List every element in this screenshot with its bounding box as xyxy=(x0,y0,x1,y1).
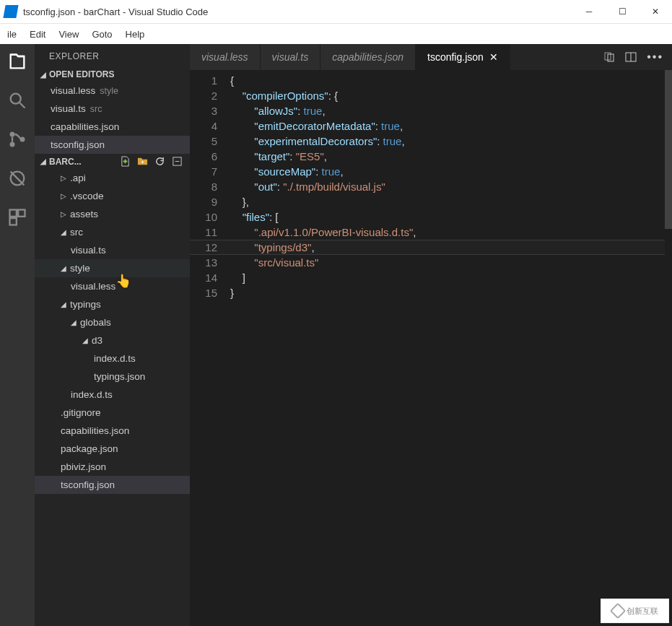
new-folder-icon[interactable] xyxy=(137,156,148,167)
svg-point-3 xyxy=(10,142,15,147)
close-icon[interactable]: ✕ xyxy=(489,51,498,63)
open-editor-item[interactable]: visual.tssrc xyxy=(35,100,190,118)
open-editor-item[interactable]: tsconfig.json xyxy=(35,136,190,154)
folder-item[interactable]: ◢globals xyxy=(35,313,190,331)
compare-icon[interactable] xyxy=(603,51,615,63)
svg-rect-8 xyxy=(18,210,25,217)
more-icon[interactable]: ••• xyxy=(647,51,663,64)
git-icon[interactable] xyxy=(7,129,27,149)
minimize-button[interactable]: ─ xyxy=(572,0,606,23)
svg-rect-7 xyxy=(10,210,17,217)
activitybar xyxy=(0,44,35,626)
search-icon[interactable] xyxy=(7,90,27,110)
open-editor-item[interactable]: capabilities.json xyxy=(35,118,190,136)
open-editor-item[interactable]: visual.lessstyle xyxy=(35,82,190,100)
close-button[interactable]: ✕ xyxy=(639,0,672,23)
watermark: 创新互联 xyxy=(601,599,669,623)
file-item[interactable]: capabilities.json xyxy=(35,422,190,440)
new-file-icon[interactable] xyxy=(120,156,131,167)
menu-edit[interactable]: Edit xyxy=(24,27,51,42)
menu-file[interactable]: ile xyxy=(1,27,22,42)
file-item[interactable]: index.d.ts xyxy=(35,349,190,368)
sidebar: EXPLORER ◢ OPEN EDITORS visual.lessstyle… xyxy=(35,44,190,626)
folder-item[interactable]: ◢src xyxy=(35,223,190,241)
vscode-icon xyxy=(3,5,18,18)
explorer-icon[interactable] xyxy=(7,51,27,71)
menu-goto[interactable]: Goto xyxy=(86,27,118,42)
folder-item[interactable]: ▷.api xyxy=(35,169,190,187)
debug-icon[interactable] xyxy=(7,168,27,188)
maximize-button[interactable]: ☐ xyxy=(606,0,639,23)
svg-point-2 xyxy=(10,132,15,137)
project-label: BARC... xyxy=(49,157,82,167)
file-item[interactable]: index.d.ts xyxy=(35,386,190,404)
refresh-icon[interactable] xyxy=(154,156,165,167)
folder-item[interactable]: ◢d3 xyxy=(35,331,190,349)
folder-item[interactable]: ◢style xyxy=(35,259,190,277)
svg-point-0 xyxy=(11,94,21,104)
titlebar: tsconfig.json - barChart - Visual Studio… xyxy=(0,0,672,24)
tabs: visual.lessvisual.tscapabilities.jsontsc… xyxy=(190,44,672,70)
line-highlight xyxy=(190,240,666,255)
extensions-icon[interactable] xyxy=(7,207,27,227)
file-item[interactable]: visual.ts xyxy=(35,241,190,259)
file-item[interactable]: visual.less xyxy=(35,277,190,295)
tab-capabilities-json[interactable]: capabilities.json xyxy=(320,44,416,70)
window-controls: ─ ☐ ✕ xyxy=(572,0,672,23)
svg-rect-9 xyxy=(10,218,17,225)
file-item[interactable]: typings.json xyxy=(35,368,190,386)
menu-view[interactable]: View xyxy=(53,27,84,42)
sidebar-title: EXPLORER xyxy=(35,44,190,67)
folder-item[interactable]: ◢typings xyxy=(35,295,190,313)
file-item[interactable]: .gitignore xyxy=(35,404,190,422)
folder-item[interactable]: ▷.vscode xyxy=(35,187,190,205)
folder-item[interactable]: ▷assets xyxy=(35,205,190,223)
editor-area: visual.lessvisual.tscapabilities.jsontsc… xyxy=(190,44,672,626)
window-title: tsconfig.json - barChart - Visual Studio… xyxy=(23,6,208,17)
menu-help[interactable]: Help xyxy=(120,27,151,42)
project-header[interactable]: ◢ BARC... xyxy=(35,154,190,169)
tab-tsconfig-json[interactable]: tsconfig.json✕ xyxy=(416,44,510,70)
scrollbar-thumb[interactable] xyxy=(665,70,672,229)
split-icon[interactable] xyxy=(625,51,637,63)
menubar: ile Edit View Goto Help xyxy=(0,24,672,44)
collapse-icon[interactable] xyxy=(172,156,183,167)
code-editor[interactable]: 123456789101112131415 { "compilerOptions… xyxy=(190,70,672,626)
svg-line-1 xyxy=(20,103,25,108)
tab-visual-less[interactable]: visual.less xyxy=(190,44,261,70)
open-editors-header[interactable]: ◢ OPEN EDITORS xyxy=(35,67,190,82)
file-item[interactable]: tsconfig.json xyxy=(35,476,190,494)
file-item[interactable]: pbiviz.json xyxy=(35,458,190,476)
file-item[interactable]: package.json xyxy=(35,440,190,458)
tab-visual-ts[interactable]: visual.ts xyxy=(261,44,321,70)
open-editors-label: OPEN EDITORS xyxy=(49,69,114,79)
scrollbar[interactable] xyxy=(665,70,672,626)
